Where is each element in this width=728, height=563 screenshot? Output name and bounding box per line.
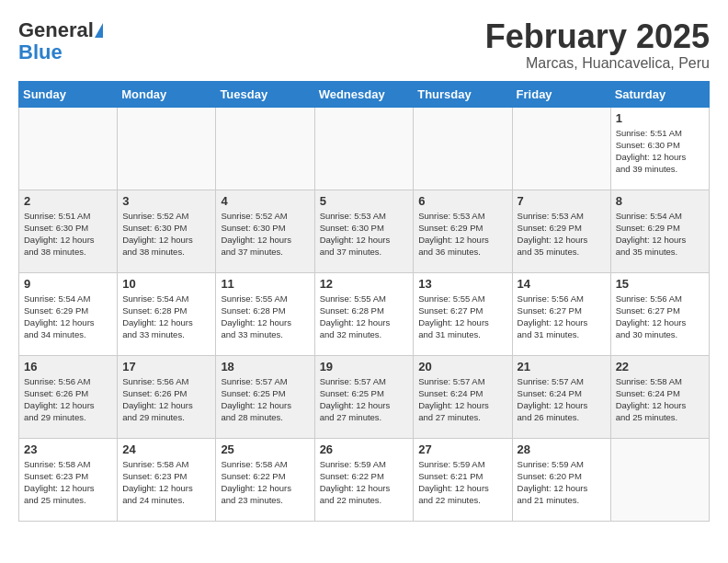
day-number: 19 xyxy=(320,360,409,373)
day-info: Sunrise: 5:55 AM Sunset: 6:28 PM Dayligh… xyxy=(320,293,409,341)
day-info: Sunrise: 5:58 AM Sunset: 6:23 PM Dayligh… xyxy=(24,458,112,507)
day-number: 24 xyxy=(122,442,210,456)
calendar-cell xyxy=(610,438,709,521)
calendar-cell xyxy=(414,107,512,190)
day-info: Sunrise: 5:57 AM Sunset: 6:25 PM Dayligh… xyxy=(221,375,309,424)
calendar-cell xyxy=(314,107,414,190)
calendar-cell: 24Sunrise: 5:58 AM Sunset: 6:23 PM Dayli… xyxy=(118,438,216,521)
day-info: Sunrise: 5:51 AM Sunset: 6:30 PM Dayligh… xyxy=(24,210,112,259)
weekday-header-tuesday: Tuesday xyxy=(216,81,314,107)
day-info: Sunrise: 5:53 AM Sunset: 6:30 PM Dayligh… xyxy=(320,210,409,259)
day-number: 12 xyxy=(320,277,409,291)
day-number: 4 xyxy=(221,194,309,208)
calendar-cell xyxy=(216,107,314,190)
calendar-cell: 22Sunrise: 5:58 AM Sunset: 6:24 PM Dayli… xyxy=(610,355,709,438)
weekday-header-friday: Friday xyxy=(512,81,610,107)
calendar-cell: 16Sunrise: 5:56 AM Sunset: 6:26 PM Dayli… xyxy=(19,355,118,438)
calendar-cell xyxy=(19,107,118,190)
calendar-cell: 10Sunrise: 5:54 AM Sunset: 6:28 PM Dayli… xyxy=(118,272,216,355)
calendar-cell: 19Sunrise: 5:57 AM Sunset: 6:25 PM Dayli… xyxy=(314,355,414,438)
day-info: Sunrise: 5:55 AM Sunset: 6:28 PM Dayligh… xyxy=(221,293,309,341)
calendar-cell: 25Sunrise: 5:58 AM Sunset: 6:22 PM Dayli… xyxy=(216,438,314,521)
page-header: General Blue February 2025 Marcas, Huanc… xyxy=(18,18,710,72)
day-info: Sunrise: 5:53 AM Sunset: 6:29 PM Dayligh… xyxy=(418,210,506,259)
logo-blue: Blue xyxy=(18,42,63,63)
day-info: Sunrise: 5:57 AM Sunset: 6:24 PM Dayligh… xyxy=(418,375,506,424)
day-number: 7 xyxy=(518,194,606,208)
calendar-table: SundayMondayTuesdayWednesdayThursdayFrid… xyxy=(18,81,710,522)
day-number: 20 xyxy=(418,360,506,373)
day-number: 11 xyxy=(221,277,309,291)
day-info: Sunrise: 5:51 AM Sunset: 6:30 PM Dayligh… xyxy=(616,127,704,176)
day-info: Sunrise: 5:54 AM Sunset: 6:28 PM Dayligh… xyxy=(122,293,210,341)
weekday-header-monday: Monday xyxy=(118,81,216,107)
calendar-cell: 28Sunrise: 5:59 AM Sunset: 6:20 PM Dayli… xyxy=(512,438,610,521)
day-number: 13 xyxy=(418,277,506,291)
day-info: Sunrise: 5:56 AM Sunset: 6:27 PM Dayligh… xyxy=(518,293,606,341)
calendar-cell: 26Sunrise: 5:59 AM Sunset: 6:22 PM Dayli… xyxy=(314,438,414,521)
title-block: February 2025 Marcas, Huancavelica, Peru xyxy=(485,18,710,72)
day-info: Sunrise: 5:59 AM Sunset: 6:22 PM Dayligh… xyxy=(320,458,409,507)
calendar-cell: 7Sunrise: 5:53 AM Sunset: 6:29 PM Daylig… xyxy=(512,190,610,272)
day-number: 6 xyxy=(418,194,506,208)
day-info: Sunrise: 5:58 AM Sunset: 6:22 PM Dayligh… xyxy=(221,458,309,507)
day-info: Sunrise: 5:52 AM Sunset: 6:30 PM Dayligh… xyxy=(122,210,210,259)
day-info: Sunrise: 5:57 AM Sunset: 6:24 PM Dayligh… xyxy=(518,375,606,424)
weekday-header-thursday: Thursday xyxy=(414,81,512,107)
day-number: 16 xyxy=(24,360,112,373)
logo-general: General xyxy=(18,18,94,42)
calendar-cell: 15Sunrise: 5:56 AM Sunset: 6:27 PM Dayli… xyxy=(610,272,709,355)
day-number: 22 xyxy=(616,360,704,373)
calendar-cell: 18Sunrise: 5:57 AM Sunset: 6:25 PM Dayli… xyxy=(216,355,314,438)
location: Marcas, Huancavelica, Peru xyxy=(485,55,710,72)
week-row-2: 2Sunrise: 5:51 AM Sunset: 6:30 PM Daylig… xyxy=(19,190,710,272)
day-number: 14 xyxy=(518,277,606,291)
week-row-4: 16Sunrise: 5:56 AM Sunset: 6:26 PM Dayli… xyxy=(19,355,710,438)
day-info: Sunrise: 5:59 AM Sunset: 6:21 PM Dayligh… xyxy=(418,458,506,507)
day-number: 23 xyxy=(24,442,112,456)
calendar-cell: 11Sunrise: 5:55 AM Sunset: 6:28 PM Dayli… xyxy=(216,272,314,355)
day-info: Sunrise: 5:56 AM Sunset: 6:27 PM Dayligh… xyxy=(616,293,704,341)
calendar-cell: 12Sunrise: 5:55 AM Sunset: 6:28 PM Dayli… xyxy=(314,272,414,355)
day-info: Sunrise: 5:58 AM Sunset: 6:23 PM Dayligh… xyxy=(122,458,210,507)
day-number: 9 xyxy=(24,277,112,291)
day-number: 10 xyxy=(122,277,210,291)
day-info: Sunrise: 5:56 AM Sunset: 6:26 PM Dayligh… xyxy=(122,375,210,424)
calendar-cell: 6Sunrise: 5:53 AM Sunset: 6:29 PM Daylig… xyxy=(414,190,512,272)
day-number: 25 xyxy=(221,442,309,456)
weekday-header-sunday: Sunday xyxy=(19,81,118,107)
day-info: Sunrise: 5:54 AM Sunset: 6:29 PM Dayligh… xyxy=(616,210,704,259)
day-number: 15 xyxy=(616,277,704,291)
day-number: 17 xyxy=(122,360,210,373)
day-number: 8 xyxy=(616,194,704,208)
day-info: Sunrise: 5:52 AM Sunset: 6:30 PM Dayligh… xyxy=(221,210,309,259)
calendar-cell xyxy=(512,107,610,190)
day-number: 1 xyxy=(616,111,704,125)
calendar-cell: 14Sunrise: 5:56 AM Sunset: 6:27 PM Dayli… xyxy=(512,272,610,355)
day-info: Sunrise: 5:56 AM Sunset: 6:26 PM Dayligh… xyxy=(24,375,112,424)
calendar-cell: 3Sunrise: 5:52 AM Sunset: 6:30 PM Daylig… xyxy=(118,190,216,272)
day-info: Sunrise: 5:58 AM Sunset: 6:24 PM Dayligh… xyxy=(616,375,704,424)
calendar-cell: 5Sunrise: 5:53 AM Sunset: 6:30 PM Daylig… xyxy=(314,190,414,272)
calendar-cell: 9Sunrise: 5:54 AM Sunset: 6:29 PM Daylig… xyxy=(19,272,118,355)
day-info: Sunrise: 5:54 AM Sunset: 6:29 PM Dayligh… xyxy=(24,293,112,341)
day-number: 3 xyxy=(122,194,210,208)
day-number: 5 xyxy=(320,194,409,208)
day-info: Sunrise: 5:53 AM Sunset: 6:29 PM Dayligh… xyxy=(518,210,606,259)
day-info: Sunrise: 5:55 AM Sunset: 6:27 PM Dayligh… xyxy=(418,293,506,341)
day-number: 26 xyxy=(320,442,409,456)
day-info: Sunrise: 5:57 AM Sunset: 6:25 PM Dayligh… xyxy=(320,375,409,424)
calendar-cell: 2Sunrise: 5:51 AM Sunset: 6:30 PM Daylig… xyxy=(19,190,118,272)
day-number: 21 xyxy=(518,360,606,373)
week-row-3: 9Sunrise: 5:54 AM Sunset: 6:29 PM Daylig… xyxy=(19,272,710,355)
calendar-cell: 17Sunrise: 5:56 AM Sunset: 6:26 PM Dayli… xyxy=(118,355,216,438)
calendar-cell xyxy=(118,107,216,190)
calendar-cell: 23Sunrise: 5:58 AM Sunset: 6:23 PM Dayli… xyxy=(19,438,118,521)
month-title: February 2025 xyxy=(485,18,710,55)
calendar-cell: 13Sunrise: 5:55 AM Sunset: 6:27 PM Dayli… xyxy=(414,272,512,355)
calendar-cell: 4Sunrise: 5:52 AM Sunset: 6:30 PM Daylig… xyxy=(216,190,314,272)
calendar-cell: 27Sunrise: 5:59 AM Sunset: 6:21 PM Dayli… xyxy=(414,438,512,521)
weekday-header-saturday: Saturday xyxy=(610,81,709,107)
calendar-cell: 1Sunrise: 5:51 AM Sunset: 6:30 PM Daylig… xyxy=(610,107,709,190)
day-number: 27 xyxy=(418,442,506,456)
